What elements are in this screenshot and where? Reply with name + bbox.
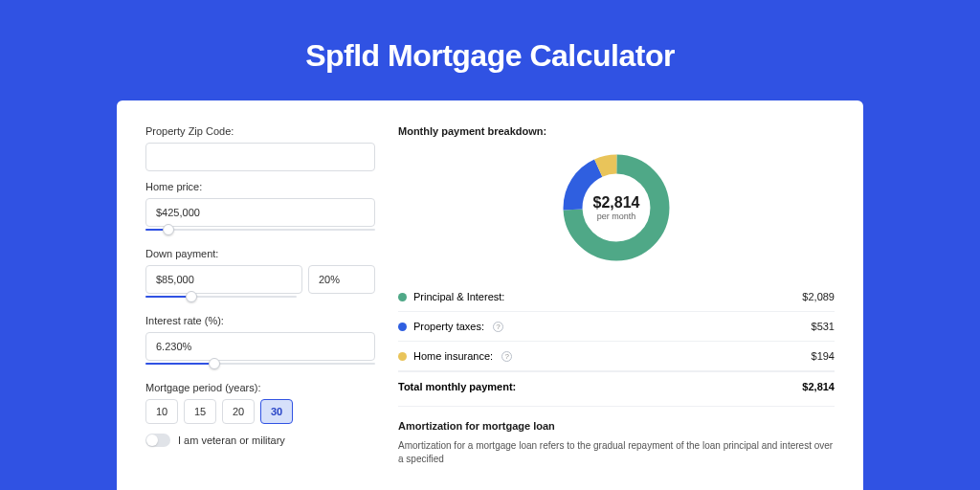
down-payment-slider[interactable] xyxy=(145,292,297,305)
down-payment-field-group: Down payment: xyxy=(145,248,375,305)
mortgage-period-field-group: Mortgage period (years): 10 15 20 30 xyxy=(145,382,375,424)
donut-sub: per month xyxy=(597,212,636,221)
interest-rate-field-group: Interest rate (%): xyxy=(145,315,375,372)
mortgage-period-label: Mortgage period (years): xyxy=(145,382,375,393)
home-price-slider[interactable] xyxy=(145,225,375,238)
legend-label: Principal & Interest: xyxy=(413,291,504,302)
page-title: Spfld Mortgage Calculator xyxy=(305,38,675,74)
interest-rate-slider[interactable] xyxy=(145,359,375,372)
dot-icon xyxy=(398,293,407,301)
interest-rate-label: Interest rate (%): xyxy=(145,315,375,326)
amortization-text: Amortization for a mortgage loan refers … xyxy=(398,439,835,466)
amortization-title: Amortization for mortgage loan xyxy=(398,420,835,432)
legend-row-taxes: Property taxes: ? $531 xyxy=(398,312,835,342)
down-payment-label: Down payment: xyxy=(145,248,375,259)
zip-field-group: Property Zip Code: xyxy=(145,125,375,171)
amortization-section: Amortization for mortgage loan Amortizat… xyxy=(398,406,835,466)
legend-value: $531 xyxy=(812,321,835,332)
info-icon[interactable]: ? xyxy=(493,322,503,332)
legend-value: $2,089 xyxy=(802,291,835,302)
breakdown-title: Monthly payment breakdown: xyxy=(398,125,835,137)
breakdown-panel: Monthly payment breakdown: $2,814 per mo… xyxy=(398,125,835,490)
veteran-toggle[interactable] xyxy=(145,434,170,447)
home-price-label: Home price: xyxy=(145,181,375,192)
term-buttons: 10 15 20 30 xyxy=(145,399,375,424)
term-15-button[interactable]: 15 xyxy=(184,399,216,424)
term-30-button[interactable]: 30 xyxy=(260,399,293,424)
donut-center: $2,814 per month xyxy=(559,150,674,265)
info-icon[interactable]: ? xyxy=(501,351,512,362)
legend-label: Property taxes: xyxy=(413,321,484,332)
total-value: $2,814 xyxy=(802,381,835,392)
legend-row-insurance: Home insurance: ? $194 xyxy=(398,342,835,371)
term-10-button[interactable]: 10 xyxy=(145,399,178,424)
veteran-label: I am veteran or military xyxy=(178,434,285,446)
legend-label: Home insurance: xyxy=(413,350,493,362)
home-price-input[interactable] xyxy=(145,198,375,227)
veteran-toggle-row: I am veteran or military xyxy=(145,434,375,447)
donut-chart: $2,814 per month xyxy=(398,150,835,265)
zip-label: Property Zip Code: xyxy=(145,125,375,137)
donut-amount: $2,814 xyxy=(593,194,640,212)
down-payment-amount-input[interactable] xyxy=(145,265,302,294)
dot-icon xyxy=(398,323,407,331)
legend-value: $194 xyxy=(812,350,835,362)
form-panel: Property Zip Code: Home price: Down paym… xyxy=(145,125,375,490)
legend-row-principal: Principal & Interest: $2,089 xyxy=(398,282,835,312)
home-price-field-group: Home price: xyxy=(145,181,375,238)
interest-rate-input[interactable] xyxy=(145,332,375,361)
dot-icon xyxy=(398,352,407,361)
zip-input[interactable] xyxy=(145,143,375,171)
down-payment-pct-input[interactable] xyxy=(308,265,375,294)
total-row: Total monthly payment: $2,814 xyxy=(398,371,835,406)
term-20-button[interactable]: 20 xyxy=(222,399,255,424)
total-label: Total monthly payment: xyxy=(398,381,516,392)
calculator-card: Property Zip Code: Home price: Down paym… xyxy=(117,100,863,490)
slider-thumb[interactable] xyxy=(186,291,197,302)
slider-thumb[interactable] xyxy=(209,358,220,369)
slider-thumb[interactable] xyxy=(163,224,174,235)
